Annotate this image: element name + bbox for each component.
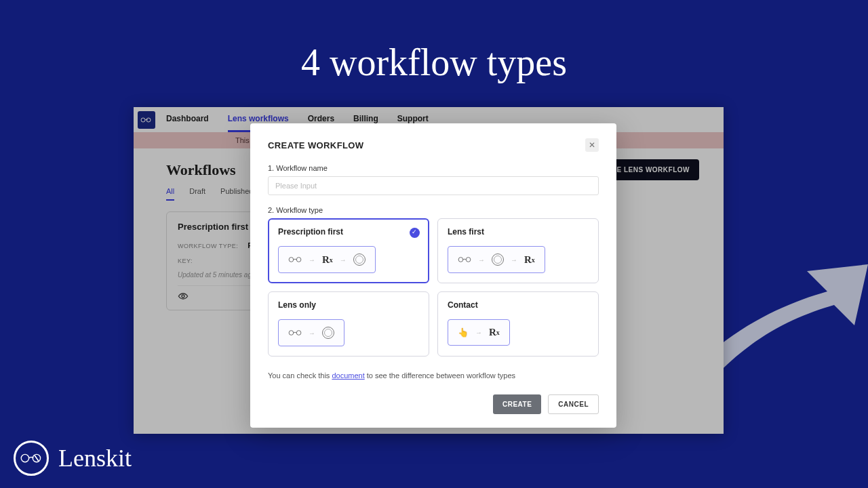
arrow-icon: → <box>475 329 482 336</box>
create-workflow-modal: CREATE WORKFLOW ✕ 1. Workflow name 2. Wo… <box>250 123 616 428</box>
cancel-button[interactable]: CANCEL <box>548 394 599 414</box>
hero-title: 4 workflow types <box>0 0 868 84</box>
glasses-icon <box>288 256 302 263</box>
workflow-name-input[interactable] <box>268 176 599 195</box>
lenskit-logo-icon <box>14 441 49 476</box>
eye-icon[interactable] <box>178 291 189 303</box>
app-logo-icon <box>138 111 155 129</box>
type-lens-first[interactable]: Lens first → → Rx <box>437 218 599 283</box>
arrow-icon: → <box>511 256 517 264</box>
nav-dashboard[interactable]: Dashboard <box>166 114 209 132</box>
svg-point-4 <box>296 258 301 262</box>
arrow-icon: → <box>478 256 485 264</box>
type-contact[interactable]: Contact 👆 → Rx <box>437 291 599 357</box>
lens-icon <box>492 253 504 266</box>
card-type-label: WORKFLOW TYPE: <box>178 243 238 249</box>
contact-icon: 👆 <box>458 327 469 338</box>
step1-label: 1. Workflow name <box>268 164 599 172</box>
type-prescription-first[interactable]: Prescription first → Rx → <box>268 218 429 283</box>
rx-icon: Rx <box>489 327 500 338</box>
lens-icon <box>322 327 334 339</box>
arrow-icon: → <box>309 329 315 337</box>
type-lens-only[interactable]: Lens only → <box>268 291 429 357</box>
svg-point-2 <box>182 295 184 298</box>
card-key-label: KEY: <box>178 258 193 264</box>
flow-diagram: 👆 → Rx <box>448 319 510 346</box>
type-title: Prescription first <box>278 227 419 237</box>
flow-diagram: → → Rx <box>448 246 545 273</box>
brand-footer: Lenskit <box>14 441 132 476</box>
flow-diagram: → <box>278 319 344 346</box>
create-button[interactable]: CREATE <box>493 394 541 414</box>
rx-icon: Rx <box>322 254 333 266</box>
tab-published[interactable]: Published <box>220 187 253 201</box>
step2-label: 2. Workflow type <box>268 206 599 214</box>
brand-name: Lenskit <box>58 444 132 472</box>
svg-point-5 <box>458 258 463 262</box>
modal-title: CREATE WORKFLOW <box>268 140 364 150</box>
svg-point-6 <box>466 258 471 262</box>
svg-point-3 <box>289 258 294 262</box>
glasses-icon <box>458 256 471 263</box>
document-link[interactable]: document <box>332 371 364 380</box>
flow-diagram: → Rx → <box>278 246 376 273</box>
svg-point-1 <box>146 118 151 122</box>
svg-point-7 <box>289 331 294 336</box>
type-title: Lens only <box>278 300 419 310</box>
helper-text: You can check this document to see the d… <box>268 371 599 380</box>
page-title: Workflows <box>166 161 236 179</box>
tab-all[interactable]: All <box>166 187 174 201</box>
arrow-icon: → <box>340 256 347 264</box>
svg-point-8 <box>296 331 301 336</box>
svg-point-0 <box>141 118 145 122</box>
lens-icon <box>353 253 366 266</box>
svg-point-9 <box>21 454 28 462</box>
tab-draft[interactable]: Draft <box>189 187 205 201</box>
type-title: Lens first <box>448 227 589 237</box>
type-title: Contact <box>448 300 589 310</box>
arrow-icon: → <box>309 256 315 264</box>
rx-icon: Rx <box>524 254 535 266</box>
close-icon[interactable]: ✕ <box>585 138 599 152</box>
glasses-icon <box>288 329 302 336</box>
check-icon <box>410 228 420 238</box>
